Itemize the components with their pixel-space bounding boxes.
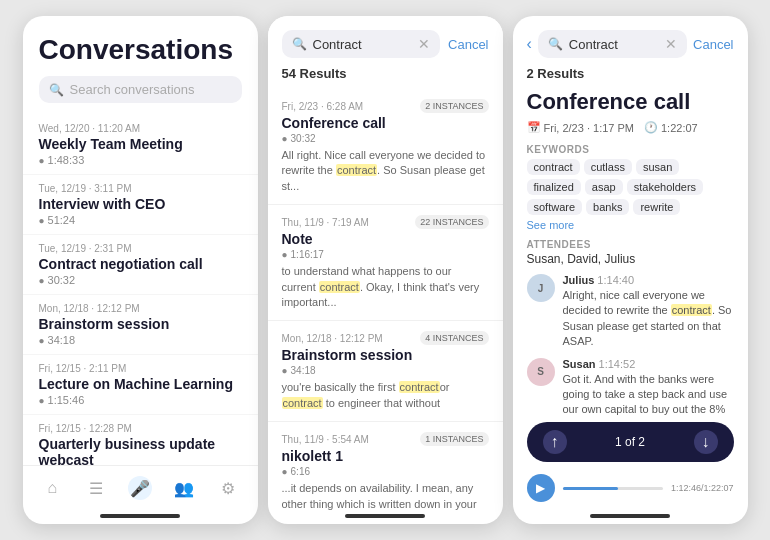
home-indicator xyxy=(345,514,425,518)
clear-button[interactable]: ✕ xyxy=(665,36,677,52)
search-icon: 🔍 xyxy=(548,37,563,51)
conv-duration: ●34:18 xyxy=(39,334,242,346)
conv-date: Fri, 12/15 · 12:28 PM xyxy=(39,423,242,434)
play-button[interactable]: ▶ xyxy=(527,474,555,502)
nav-mic-icon[interactable]: 🎤 xyxy=(128,476,152,500)
panel3-search-row: ‹ 🔍 Contract ✕ Cancel xyxy=(527,30,734,58)
result-header: Mon, 12/18 · 12:12 PM 4 INSTANCES xyxy=(282,331,489,345)
result-counter: 1 of 2 xyxy=(615,435,645,449)
search-input-box[interactable]: 🔍 Contract ✕ xyxy=(282,30,441,58)
panel1-title: Conversations xyxy=(39,34,242,66)
search-placeholder: Search conversations xyxy=(70,82,195,97)
conversation-item[interactable]: Fri, 12/15 · 2:11 PM Lecture on Machine … xyxy=(23,355,258,415)
home-indicator xyxy=(590,514,670,518)
result-snippet: ...it depends on availability. I mean, a… xyxy=(282,481,489,510)
dot-icon: ● xyxy=(39,335,45,346)
keyword-tag[interactable]: rewrite xyxy=(633,199,680,215)
keyword-tag[interactable]: cutlass xyxy=(584,159,632,175)
keywords-label: KEYWORDS xyxy=(527,144,734,155)
keywords-tags: contractcutlasssusanfinalizedasapstakeho… xyxy=(527,159,734,215)
result-snippet: you're basically the first contractor co… xyxy=(282,380,489,411)
panel2-header: 🔍 Contract ✕ Cancel 54 Results xyxy=(268,16,503,89)
nav-home-icon[interactable]: ⌂ xyxy=(40,476,64,500)
nav-gear-icon[interactable]: ⚙ xyxy=(216,476,240,500)
result-item[interactable]: Fri, 2/23 · 6:28 AM 2 INSTANCES Conferen… xyxy=(268,89,503,205)
dot-icon: ● xyxy=(39,395,45,406)
conv-date: Wed, 12/20 · 11:20 AM xyxy=(39,123,242,134)
bottom-nav: ⌂ ☰ 🎤 👥 ⚙ xyxy=(23,465,258,510)
result-date: Thu, 11/9 · 7:19 AM xyxy=(282,217,369,228)
transcript-speaker-time: Susan 1:14:52 xyxy=(563,358,734,370)
keyword-tag[interactable]: banks xyxy=(586,199,629,215)
nav-list-icon[interactable]: ☰ xyxy=(84,476,108,500)
conversation-item[interactable]: Fri, 12/15 · 12:28 PM Quarterly business… xyxy=(23,415,258,465)
conversation-item[interactable]: Tue, 12/19 · 2:31 PM Contract negotiatio… xyxy=(23,235,258,295)
conversation-item[interactable]: Tue, 12/19 · 3:11 PM Interview with CEO … xyxy=(23,175,258,235)
see-more-button[interactable]: See more xyxy=(527,219,734,231)
instances-badge: 22 INSTANCES xyxy=(415,215,488,229)
keyword-tag[interactable]: susan xyxy=(636,159,679,175)
keyword-tag[interactable]: finalized xyxy=(527,179,581,195)
panel3-header: ‹ 🔍 Contract ✕ Cancel 2 Results xyxy=(513,16,748,89)
conversation-item[interactable]: Wed, 12/20 · 11:20 AM Weekly Team Meetin… xyxy=(23,115,258,175)
result-item[interactable]: Mon, 12/18 · 12:12 PM 4 INSTANCES Brains… xyxy=(268,321,503,422)
result-header: Thu, 11/9 · 7:19 AM 22 INSTANCES xyxy=(282,215,489,229)
conversation-item[interactable]: Mon, 12/18 · 12:12 PM Brainstorm session… xyxy=(23,295,258,355)
home-indicator xyxy=(100,514,180,518)
search-bar[interactable]: 🔍 Search conversations xyxy=(39,76,242,103)
attendees-names: Susan, David, Julius xyxy=(527,252,734,266)
keyword-tag[interactable]: contract xyxy=(527,159,580,175)
conv-duration: ●1:48:33 xyxy=(39,154,242,166)
transcript-item: J Julius 1:14:40 Alright, nice call ever… xyxy=(527,274,734,350)
dot-icon: ● xyxy=(39,275,45,286)
results-count: 2 Results xyxy=(527,66,734,81)
dot-icon: ● xyxy=(39,155,45,166)
clear-button[interactable]: ✕ xyxy=(418,36,430,52)
search-icon: 🔍 xyxy=(292,37,307,51)
cancel-button[interactable]: Cancel xyxy=(448,37,488,52)
dot-icon: ● xyxy=(282,249,288,260)
attendees-label: ATTENDEES xyxy=(527,239,734,250)
result-duration: ●1:16:17 xyxy=(282,249,489,260)
cancel-button[interactable]: Cancel xyxy=(693,37,733,52)
transcript-section: J Julius 1:14:40 Alright, nice call ever… xyxy=(527,274,734,416)
keyword-tag[interactable]: asap xyxy=(585,179,623,195)
nav-people-icon[interactable]: 👥 xyxy=(172,476,196,500)
keyword-tag[interactable]: software xyxy=(527,199,583,215)
conv-date: Tue, 12/19 · 2:31 PM xyxy=(39,243,242,254)
transcript-text: Alright, nice call everyone we decided t… xyxy=(563,288,734,350)
search-term: Contract xyxy=(569,37,659,52)
nav-bottom-bar: ↑ 1 of 2 ↓ xyxy=(527,422,734,462)
result-title: Note xyxy=(282,231,489,247)
instances-badge: 1 INSTANCES xyxy=(420,432,488,446)
conv-title: Weekly Team Meeting xyxy=(39,136,242,152)
result-snippet: to understand what happens to our curren… xyxy=(282,264,489,310)
result-duration: ●6:16 xyxy=(282,466,489,477)
panel1-header: Conversations 🔍 Search conversations xyxy=(23,16,258,111)
result-header: Fri, 2/23 · 6:28 AM 2 INSTANCES xyxy=(282,99,489,113)
keyword-tag[interactable]: stakeholders xyxy=(627,179,703,195)
detail-title: Conference call xyxy=(527,89,734,115)
conversations-list: Wed, 12/20 · 11:20 AM Weekly Team Meetin… xyxy=(23,111,258,465)
search-input-box[interactable]: 🔍 Contract ✕ xyxy=(538,30,687,58)
result-item[interactable]: Thu, 11/9 · 5:54 AM 1 INSTANCES nikolett… xyxy=(268,422,503,510)
attendees-section: ATTENDEES Susan, David, Julius xyxy=(527,239,734,266)
conv-date: Fri, 12/15 · 2:11 PM xyxy=(39,363,242,374)
prev-result-button[interactable]: ↑ xyxy=(543,430,567,454)
conv-duration: ●30:32 xyxy=(39,274,242,286)
back-button[interactable]: ‹ xyxy=(527,35,532,53)
result-duration: ●30:32 xyxy=(282,133,489,144)
results-list: Fri, 2/23 · 6:28 AM 2 INSTANCES Conferen… xyxy=(268,89,503,510)
transcript-item: S Susan 1:14:52 Got it. And with the ban… xyxy=(527,358,734,416)
search-row: 🔍 Contract ✕ Cancel xyxy=(282,30,489,58)
dot-icon: ● xyxy=(282,466,288,477)
conv-title: Lecture on Machine Learning xyxy=(39,376,242,392)
result-item[interactable]: Thu, 11/9 · 7:19 AM 22 INSTANCES Note ●1… xyxy=(268,205,503,321)
conv-title: Quarterly business update webcast xyxy=(39,436,242,465)
results-count: 54 Results xyxy=(282,66,489,81)
search-results-panel: 🔍 Contract ✕ Cancel 54 Results Fri, 2/23… xyxy=(268,16,503,524)
result-date: Thu, 11/9 · 5:54 AM xyxy=(282,434,369,445)
next-result-button[interactable]: ↓ xyxy=(694,430,718,454)
audio-progress-bar[interactable] xyxy=(563,487,663,490)
result-title: nikolett 1 xyxy=(282,448,489,464)
